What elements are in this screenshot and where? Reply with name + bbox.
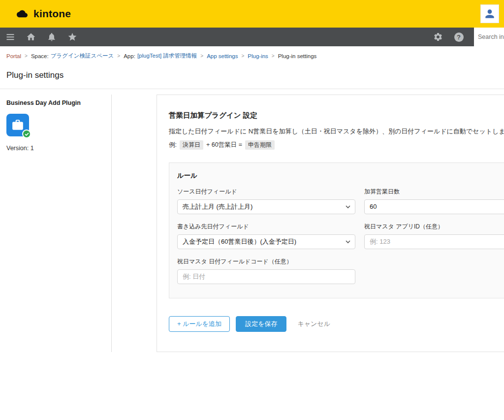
home-icon[interactable] bbox=[26, 32, 36, 42]
settings-example: 例: 決算日 + 60営業日 = 申告期限 bbox=[169, 140, 504, 150]
source-date-field-value: 売上計上月 (売上計上月) bbox=[183, 202, 252, 211]
example-middle-text: + 60営業日 = bbox=[206, 141, 242, 149]
breadcrumb-link-app-settings[interactable]: App settings bbox=[207, 53, 238, 59]
target-date-field-select[interactable]: 入金予定日（60営業日後）(入金予定日) bbox=[177, 234, 355, 249]
breadcrumb-link-space[interactable]: プラグイン検証スペース bbox=[51, 52, 114, 60]
settings-gear-icon[interactable] bbox=[433, 32, 443, 42]
holiday-app-id-group: 祝日マスタ アプリID（任意） bbox=[364, 223, 504, 249]
breadcrumb-separator: > bbox=[200, 53, 203, 59]
breadcrumb-separator: > bbox=[117, 53, 120, 59]
notifications-bell-icon[interactable] bbox=[46, 32, 57, 42]
search-input[interactable] bbox=[474, 28, 504, 46]
source-date-field-label: ソース日付フィールド bbox=[177, 188, 355, 196]
chevron-down-icon bbox=[346, 205, 350, 209]
target-date-field-label: 書き込み先日付フィールド bbox=[177, 223, 355, 231]
holiday-field-code-label: 祝日マスタ 日付フィールドコード（任意） bbox=[177, 258, 355, 266]
example-target-badge: 申告期限 bbox=[245, 140, 275, 150]
user-icon bbox=[483, 7, 496, 20]
favorites-star-icon[interactable] bbox=[67, 32, 78, 42]
holiday-app-id-label: 祝日マスタ アプリID（任意） bbox=[364, 223, 504, 231]
breadcrumb-app-prefix: App: bbox=[124, 53, 135, 59]
add-days-input[interactable] bbox=[364, 199, 504, 214]
target-date-field-group: 書き込み先日付フィールド 入金予定日（60営業日後）(入金予定日) bbox=[177, 223, 355, 249]
briefcase-icon bbox=[11, 119, 24, 131]
hamburger-menu-icon[interactable] bbox=[5, 32, 16, 42]
brand-wordmark: kintone bbox=[33, 8, 71, 20]
source-date-field-select[interactable]: 売上計上月 (売上計上月) bbox=[177, 199, 355, 214]
plugin-settings-card: 営業日加算プラグイン 設定 指定した日付フィールドに N営業日を加算し（土日・祝… bbox=[157, 95, 504, 352]
holiday-app-id-input[interactable] bbox=[364, 234, 504, 249]
add-days-label: 加算営業日数 bbox=[364, 188, 504, 196]
target-date-field-value: 入金予定日（60営業日後）(入金予定日) bbox=[183, 237, 296, 246]
source-date-field-group: ソース日付フィールド 売上計上月 (売上計上月) bbox=[177, 188, 355, 214]
plugin-sidebar: Business Day Add Plugin Version: 1 bbox=[0, 95, 112, 352]
settings-title: 営業日加算プラグイン 設定 bbox=[169, 111, 504, 120]
breadcrumb-separator: > bbox=[272, 53, 275, 59]
rule-heading: ルール bbox=[177, 171, 504, 180]
holiday-field-code-group: 祝日マスタ 日付フィールドコード（任意） bbox=[177, 258, 355, 284]
example-prefix: 例: bbox=[169, 141, 177, 149]
plugin-icon bbox=[6, 114, 29, 136]
holiday-field-code-input[interactable] bbox=[177, 269, 355, 284]
check-badge-icon bbox=[22, 129, 31, 138]
cloud-icon bbox=[15, 8, 30, 19]
cancel-link[interactable]: キャンセル bbox=[297, 320, 330, 328]
chevron-down-icon bbox=[346, 240, 350, 244]
kintone-app-window: kintone ? Portal > Space: bbox=[0, 0, 504, 420]
question-mark-icon: ? bbox=[454, 32, 464, 42]
main-area: 営業日加算プラグイン 設定 指定した日付フィールドに N営業日を加算し（土日・祝… bbox=[157, 95, 504, 352]
help-icon[interactable]: ? bbox=[453, 32, 464, 42]
breadcrumb-link-app[interactable]: [plugTest] 請求管理情報 bbox=[137, 52, 197, 60]
add-rule-button[interactable]: + ルールを追加 bbox=[169, 316, 230, 332]
breadcrumb-link-plugins[interactable]: Plug-ins bbox=[248, 53, 268, 59]
plugin-version: Version: 1 bbox=[6, 145, 105, 152]
save-settings-button[interactable]: 設定を保存 bbox=[236, 316, 286, 332]
brand-header: kintone bbox=[0, 0, 504, 28]
settings-description: 指定した日付フィールドに N営業日を加算し（土日・祝日マスタを除外）、別の日付フ… bbox=[169, 127, 504, 136]
user-avatar[interactable] bbox=[480, 4, 499, 23]
grid-empty-cell bbox=[364, 258, 504, 284]
kintone-logo[interactable]: kintone bbox=[15, 8, 71, 20]
breadcrumb-current: Plug-in settings bbox=[278, 53, 317, 59]
rule-form-grid: ソース日付フィールド 売上計上月 (売上計上月) 加算営業日数 書き込み先日付フ bbox=[177, 188, 504, 284]
breadcrumb-separator: > bbox=[25, 53, 28, 59]
breadcrumb: Portal > Space: プラグイン検証スペース > App: [plug… bbox=[0, 46, 504, 63]
global-toolbar: ? bbox=[0, 28, 504, 46]
breadcrumb-link-portal[interactable]: Portal bbox=[6, 53, 21, 59]
rule-panel: ルール ソース日付フィールド 売上計上月 (売上計上月) 加算営業日数 bbox=[169, 162, 504, 298]
content-area: Business Day Add Plugin Version: 1 営業日加算… bbox=[0, 89, 504, 352]
add-days-group: 加算営業日数 bbox=[364, 188, 504, 214]
breadcrumb-space-prefix: Space: bbox=[31, 53, 49, 59]
action-buttons-row: + ルールを追加 設定を保存 キャンセル bbox=[169, 316, 504, 332]
example-source-badge: 決算日 bbox=[180, 140, 203, 150]
page-title: Plug-in settings bbox=[6, 70, 504, 80]
plugin-name: Business Day Add Plugin bbox=[6, 99, 105, 106]
breadcrumb-separator: > bbox=[241, 53, 244, 59]
